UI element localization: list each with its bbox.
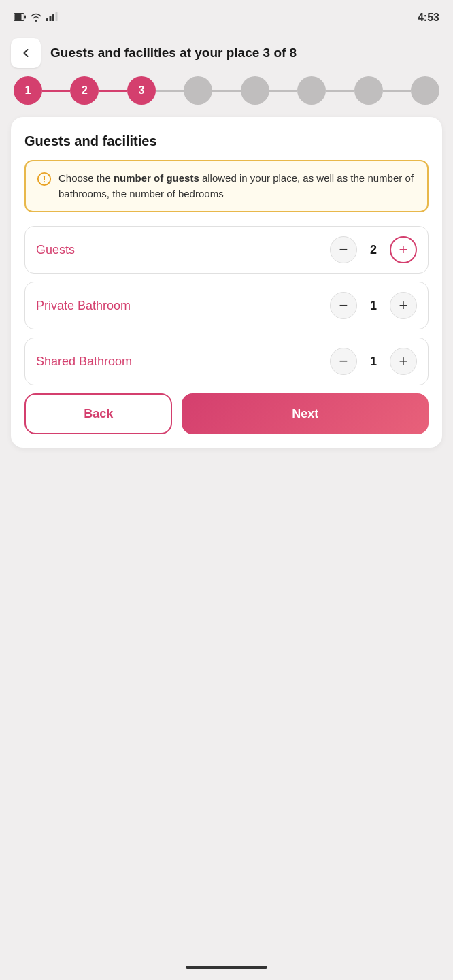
private-bathroom-controls: − 1 + [330, 292, 417, 319]
header-back-button[interactable] [11, 38, 41, 68]
private-bathroom-label: Private Bathroom [36, 299, 131, 313]
shared-bathroom-label: Shared Bathroom [36, 355, 132, 369]
status-left [14, 12, 58, 24]
guests-increment-button[interactable]: + [390, 236, 417, 263]
svg-rect-4 [50, 16, 52, 21]
svg-rect-3 [46, 18, 48, 21]
step-line-3 [156, 90, 184, 92]
action-buttons: Back Next [24, 393, 429, 434]
shared-bathroom-counter-row: Shared Bathroom − 1 + [24, 338, 429, 385]
private-bathroom-increment-button[interactable]: + [390, 292, 417, 319]
shared-bathroom-value: 1 [367, 355, 380, 369]
step-line-6 [326, 90, 354, 92]
next-button[interactable]: Next [182, 393, 429, 434]
header-title: Guests and facilities at your place 3 of… [50, 45, 297, 62]
step-8 [411, 76, 439, 105]
header: Guests and facilities at your place 3 of… [0, 33, 453, 76]
status-time: 4:53 [418, 12, 439, 24]
guests-value: 2 [367, 243, 380, 257]
shared-bathroom-decrement-button[interactable]: − [330, 348, 357, 375]
svg-point-9 [44, 181, 45, 182]
home-indicator [186, 966, 267, 969]
private-bathroom-value: 1 [367, 299, 380, 313]
svg-rect-1 [24, 15, 26, 18]
step-2: 2 [70, 76, 99, 105]
svg-rect-2 [15, 14, 22, 20]
step-5 [241, 76, 269, 105]
step-line-4 [212, 90, 240, 92]
svg-rect-5 [52, 14, 54, 21]
status-bar: 4:53 [0, 0, 453, 33]
progress-steps: 1 2 3 [0, 76, 453, 117]
info-message: Choose the number of guests allowed in y… [58, 171, 416, 201]
wifi-icon [30, 12, 42, 24]
guests-controls: − 2 + [330, 236, 417, 263]
back-button[interactable]: Back [24, 393, 172, 434]
guests-decrement-button[interactable]: − [330, 236, 357, 263]
step-4 [184, 76, 212, 105]
battery-icon [14, 13, 26, 23]
private-bathroom-counter-row: Private Bathroom − 1 + [24, 282, 429, 329]
step-line-1 [42, 90, 70, 92]
svg-rect-6 [56, 12, 58, 21]
step-1: 1 [14, 76, 42, 105]
bottom-bar [0, 952, 453, 980]
step-line-5 [269, 90, 297, 92]
private-bathroom-decrement-button[interactable]: − [330, 292, 357, 319]
shared-bathroom-increment-button[interactable]: + [390, 348, 417, 375]
step-6 [297, 76, 326, 105]
step-line-2 [99, 90, 127, 92]
guests-counter-row: Guests − 2 + [24, 226, 429, 274]
card-title: Guests and facilities [24, 133, 429, 149]
step-7 [354, 76, 383, 105]
step-line-7 [383, 90, 411, 92]
shared-bathroom-controls: − 1 + [330, 348, 417, 375]
guests-label: Guests [36, 243, 75, 257]
main-card: Guests and facilities Choose the number … [11, 117, 442, 448]
info-box: Choose the number of guests allowed in y… [24, 160, 429, 212]
step-3: 3 [127, 76, 156, 105]
signal-icon [46, 12, 58, 23]
warning-icon [37, 172, 52, 201]
